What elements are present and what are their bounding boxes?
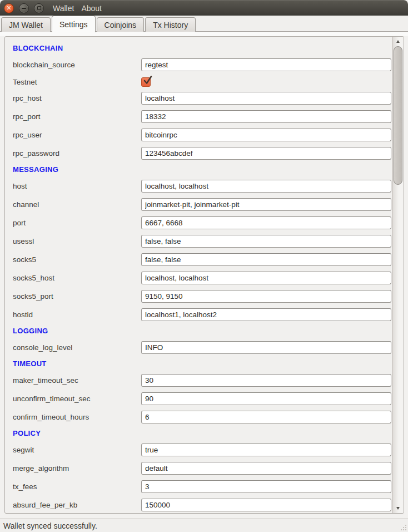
field-label: host — [13, 182, 141, 190]
usessl-input[interactable] — [141, 235, 391, 248]
settings-row: rpc_host — [13, 92, 391, 105]
settings-row: host — [13, 180, 391, 193]
rpc_user-input[interactable] — [141, 129, 391, 141]
rpc_password-input[interactable] — [141, 147, 391, 160]
field-label: tx_fees — [13, 482, 141, 491]
field-label: rpc_host — [13, 94, 141, 102]
channel-input[interactable] — [141, 198, 391, 211]
window-buttons: ✕ — [4, 3, 44, 13]
scrollbar-thumb[interactable] — [394, 46, 402, 185]
field-label: usessl — [13, 237, 141, 245]
field-label: maker_timeout_sec — [13, 376, 141, 385]
field-label: hostid — [13, 311, 141, 319]
status-bar: Wallet synced successfully. — [0, 519, 408, 532]
settings-row: segwit — [13, 444, 391, 456]
settings-row: unconfirm_timeout_sec — [13, 392, 391, 405]
segwit-input[interactable] — [141, 444, 391, 456]
scrollbar[interactable] — [392, 37, 404, 513]
menubar: Wallet About — [53, 4, 102, 13]
settings-row: rpc_port — [13, 110, 391, 123]
settings-row: rpc_user — [13, 129, 391, 141]
field-label: absurd_fee_per_kb — [13, 501, 141, 509]
settings-row: socks5_host — [13, 272, 391, 284]
field-label: segwit — [13, 446, 141, 454]
scroll-down-icon[interactable] — [396, 507, 400, 510]
tab-bar: JM Wallet Settings Coinjoins Tx History — [0, 16, 408, 32]
field-label: channel — [13, 200, 141, 209]
scroll-up-icon[interactable] — [396, 40, 400, 43]
checkmark-icon — [142, 75, 152, 85]
settings-row: blockchain_source — [13, 58, 391, 71]
hostid-input[interactable] — [141, 308, 391, 321]
field-label: console_log_level — [13, 343, 141, 352]
field-label: socks5_host — [13, 274, 141, 282]
settings-row: hostid — [13, 308, 391, 321]
socks5_port-input[interactable] — [141, 290, 391, 303]
field-label: confirm_timeout_hours — [13, 413, 141, 421]
settings-form: BLOCKCHAINblockchain_sourceTestnetrpc_ho… — [5, 37, 391, 514]
minimize-button[interactable] — [19, 3, 29, 13]
host-input[interactable] — [141, 180, 391, 193]
console_log_level-input[interactable] — [141, 341, 391, 354]
field-label: rpc_port — [13, 112, 141, 121]
tab-settings[interactable]: Settings — [52, 16, 96, 32]
minimize-icon — [22, 8, 26, 9]
menu-item-wallet[interactable]: Wallet — [53, 4, 74, 13]
wallet-window: ✕ Wallet About JM Wallet Settings Coinjo… — [0, 0, 408, 532]
titlebar[interactable]: ✕ Wallet About — [0, 0, 408, 16]
settings-row: maker_timeout_sec — [13, 374, 391, 387]
close-icon: ✕ — [6, 5, 11, 11]
field-label: unconfirm_timeout_sec — [13, 395, 141, 403]
settings-row: channel — [13, 198, 391, 211]
status-text: Wallet synced successfully. — [3, 521, 97, 530]
section-header: POLICY — [13, 429, 391, 438]
section-header: LOGGING — [13, 327, 391, 336]
section-header: TIMEOUT — [13, 359, 391, 368]
field-label: Testnet — [13, 78, 141, 86]
field-label: rpc_user — [13, 131, 141, 139]
merge_algorithm-input[interactable] — [141, 462, 391, 475]
settings-row: merge_algorithm — [13, 462, 391, 475]
settings-row: usessl — [13, 235, 391, 248]
maximize-button[interactable] — [34, 3, 44, 13]
tab-coinjoins[interactable]: Coinjoins — [97, 17, 145, 32]
section-header: MESSAGING — [13, 165, 391, 174]
port-input[interactable] — [141, 216, 391, 229]
field-label: blockchain_source — [13, 61, 141, 69]
field-label: merge_algorithm — [13, 464, 141, 472]
section-header: BLOCKCHAIN — [13, 44, 391, 53]
menu-item-about[interactable]: About — [81, 4, 102, 13]
socks5_host-input[interactable] — [141, 272, 391, 284]
settings-row: confirm_timeout_hours — [13, 411, 391, 423]
field-label: socks5_port — [13, 292, 141, 301]
unconfirm_timeout_sec-input[interactable] — [141, 392, 391, 405]
resize-grip[interactable] — [400, 524, 407, 531]
settings-row: port — [13, 216, 391, 229]
settings-row: tx_fees — [13, 480, 391, 493]
socks5-input[interactable] — [141, 253, 391, 266]
field-label: rpc_password — [13, 149, 141, 157]
settings-row: socks5 — [13, 253, 391, 266]
field-label: port — [13, 219, 141, 227]
testnet-checkbox[interactable] — [141, 77, 151, 87]
tab-jm-wallet[interactable]: JM Wallet — [1, 17, 51, 32]
settings-row: socks5_port — [13, 290, 391, 303]
settings-scroll-area: BLOCKCHAINblockchain_sourceTestnetrpc_ho… — [4, 36, 404, 514]
field-label: socks5 — [13, 255, 141, 264]
settings-row: absurd_fee_per_kb — [13, 499, 391, 511]
settings-row: rpc_password — [13, 147, 391, 160]
settings-pane: BLOCKCHAINblockchain_sourceTestnetrpc_ho… — [0, 31, 408, 519]
maker_timeout_sec-input[interactable] — [141, 374, 391, 387]
maximize-icon — [37, 6, 41, 10]
confirm_timeout_hours-input[interactable] — [141, 411, 391, 423]
tab-tx-history[interactable]: Tx History — [145, 17, 196, 32]
blockchain_source-input[interactable] — [141, 58, 391, 71]
settings-row: Testnet — [13, 77, 391, 87]
rpc_host-input[interactable] — [141, 92, 391, 105]
tx_fees-input[interactable] — [141, 480, 391, 493]
close-button[interactable]: ✕ — [4, 3, 14, 13]
rpc_port-input[interactable] — [141, 110, 391, 123]
settings-row: console_log_level — [13, 341, 391, 354]
absurd_fee_per_kb-input[interactable] — [141, 499, 391, 511]
